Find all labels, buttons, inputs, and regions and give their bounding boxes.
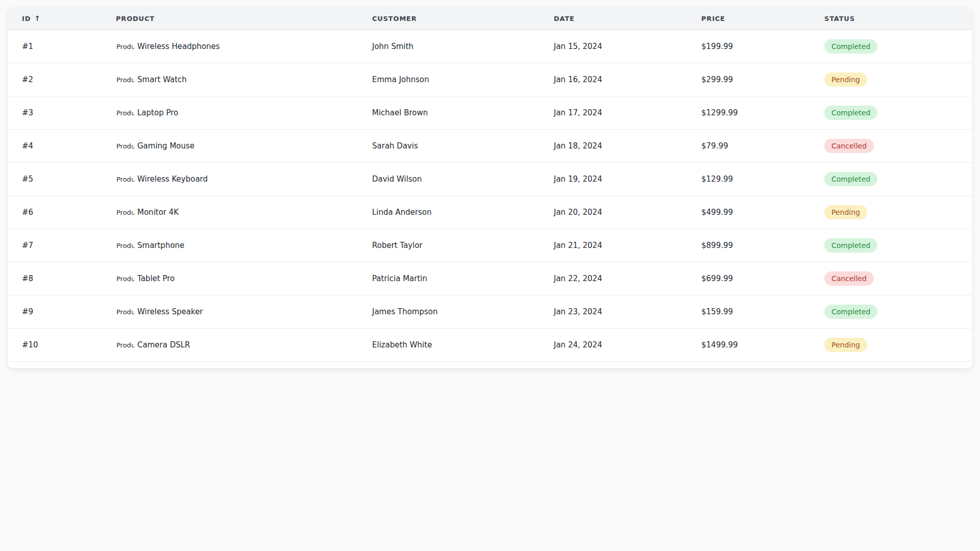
table-row: #5 Product Wireless Keyboard David Wilso… bbox=[8, 163, 972, 196]
date-cell: Jan 16, 2024 bbox=[546, 63, 693, 96]
order-id-cell: #5 bbox=[8, 163, 108, 196]
status-badge: Pending bbox=[824, 72, 867, 87]
image-alt-text: Product bbox=[116, 142, 134, 150]
broken-image-placeholder: Product bbox=[116, 207, 134, 217]
product-cell: Product Wireless Speaker bbox=[108, 295, 364, 329]
product-name: Tablet Pro bbox=[137, 274, 175, 283]
broken-image-placeholder: Product bbox=[116, 108, 134, 118]
broken-image-placeholder: Product bbox=[116, 340, 134, 350]
product-cell: Product Monitor 4K bbox=[108, 196, 364, 229]
broken-image-placeholder: Product bbox=[116, 74, 134, 85]
customer-cell: Sarah Davis bbox=[364, 130, 546, 163]
price-cell: $899.99 bbox=[693, 229, 816, 262]
status-cell: Completed bbox=[816, 163, 972, 196]
date-cell: Jan 15, 2024 bbox=[546, 30, 693, 63]
column-header-price[interactable]: PRICE bbox=[693, 7, 816, 30]
product-cell: Product Camera DSLR bbox=[108, 329, 364, 362]
date-cell: Jan 21, 2024 bbox=[546, 229, 693, 262]
table-row: #6 Product Monitor 4K Linda Anderson Jan… bbox=[8, 196, 972, 229]
customer-cell: Elizabeth White bbox=[364, 329, 546, 362]
status-badge: Completed bbox=[824, 238, 877, 253]
orders-table: ID↑ PRODUCT CUSTOMER DATE PRICE STATUS #… bbox=[8, 7, 972, 362]
image-alt-text: Product bbox=[116, 76, 134, 84]
price-cell: $129.99 bbox=[693, 163, 816, 196]
broken-image-placeholder: Product bbox=[116, 41, 134, 52]
sort-ascending-icon: ↑ bbox=[34, 14, 40, 22]
image-alt-text: Product bbox=[116, 176, 134, 183]
date-cell: Jan 17, 2024 bbox=[546, 96, 693, 130]
customer-cell: Robert Taylor bbox=[364, 229, 546, 262]
broken-image-placeholder: Product bbox=[116, 141, 134, 151]
order-id-cell: #8 bbox=[8, 262, 108, 295]
customer-cell: David Wilson bbox=[364, 163, 546, 196]
orders-table-card: ID↑ PRODUCT CUSTOMER DATE PRICE STATUS #… bbox=[8, 7, 972, 368]
status-cell: Pending bbox=[816, 63, 972, 96]
product-name: Monitor 4K bbox=[137, 208, 179, 217]
product-cell: Product Gaming Mouse bbox=[108, 130, 364, 163]
date-cell: Jan 23, 2024 bbox=[546, 295, 693, 329]
image-alt-text: Product bbox=[116, 209, 134, 216]
product-name: Wireless Keyboard bbox=[137, 174, 208, 184]
column-header-status[interactable]: STATUS bbox=[816, 7, 972, 30]
customer-cell: Emma Johnson bbox=[364, 63, 546, 96]
order-id-cell: #3 bbox=[8, 96, 108, 130]
table-body: #1 Product Wireless Headphones John Smit… bbox=[8, 30, 972, 362]
customer-cell: John Smith bbox=[364, 30, 546, 63]
broken-image-placeholder: Product bbox=[116, 240, 134, 251]
product-name: Wireless Speaker bbox=[137, 307, 203, 316]
column-header-product[interactable]: PRODUCT bbox=[108, 7, 364, 30]
table-row: #8 Product Tablet Pro Patricia Martin Ja… bbox=[8, 262, 972, 295]
order-id-cell: #9 bbox=[8, 295, 108, 329]
column-header-id[interactable]: ID↑ bbox=[8, 7, 108, 30]
price-cell: $1499.99 bbox=[693, 329, 816, 362]
status-cell: Pending bbox=[816, 329, 972, 362]
product-cell: Product Wireless Keyboard bbox=[108, 163, 364, 196]
status-badge: Completed bbox=[824, 39, 877, 54]
order-id-cell: #4 bbox=[8, 130, 108, 163]
order-id-cell: #7 bbox=[8, 229, 108, 262]
product-cell: Product Smart Watch bbox=[108, 63, 364, 96]
customer-cell: Patricia Martin bbox=[364, 262, 546, 295]
broken-image-placeholder: Product bbox=[116, 273, 134, 284]
image-alt-text: Product bbox=[116, 308, 134, 316]
status-cell: Completed bbox=[816, 30, 972, 63]
price-cell: $79.99 bbox=[693, 130, 816, 163]
image-alt-text: Product bbox=[116, 275, 134, 283]
date-cell: Jan 19, 2024 bbox=[546, 163, 693, 196]
status-badge: Cancelled bbox=[824, 139, 874, 154]
table-header: ID↑ PRODUCT CUSTOMER DATE PRICE STATUS bbox=[8, 7, 972, 30]
status-cell: Cancelled bbox=[816, 130, 972, 163]
table-row: #3 Product Laptop Pro Michael Brown Jan … bbox=[8, 96, 972, 130]
image-alt-text: Product bbox=[116, 341, 134, 349]
image-alt-text: Product bbox=[116, 242, 134, 249]
column-header-date[interactable]: DATE bbox=[546, 7, 693, 30]
status-badge: Cancelled bbox=[824, 271, 874, 286]
status-badge: Completed bbox=[824, 106, 877, 120]
table-row: #10 Product Camera DSLR Elizabeth White … bbox=[8, 329, 972, 362]
product-name: Smartphone bbox=[137, 241, 184, 250]
product-name: Wireless Headphones bbox=[137, 42, 220, 51]
column-header-id-label: ID bbox=[22, 15, 31, 22]
status-badge: Completed bbox=[824, 172, 877, 187]
customer-cell: James Thompson bbox=[364, 295, 546, 329]
order-id-cell: #2 bbox=[8, 63, 108, 96]
order-id-cell: #10 bbox=[8, 329, 108, 362]
column-header-customer[interactable]: CUSTOMER bbox=[364, 7, 546, 30]
price-cell: $499.99 bbox=[693, 196, 816, 229]
order-id-cell: #6 bbox=[8, 196, 108, 229]
product-cell: Product Tablet Pro bbox=[108, 262, 364, 295]
date-cell: Jan 20, 2024 bbox=[546, 196, 693, 229]
product-name: Gaming Mouse bbox=[137, 141, 194, 151]
product-cell: Product Wireless Headphones bbox=[108, 30, 364, 63]
product-cell: Product Smartphone bbox=[108, 229, 364, 262]
customer-cell: Michael Brown bbox=[364, 96, 546, 130]
customer-cell: Linda Anderson bbox=[364, 196, 546, 229]
status-cell: Pending bbox=[816, 196, 972, 229]
table-row: #1 Product Wireless Headphones John Smit… bbox=[8, 30, 972, 63]
broken-image-placeholder: Product bbox=[116, 174, 134, 184]
status-badge: Pending bbox=[824, 338, 867, 353]
product-name: Camera DSLR bbox=[137, 340, 190, 349]
table-row: #9 Product Wireless Speaker James Thomps… bbox=[8, 295, 972, 329]
broken-image-placeholder: Product bbox=[116, 307, 134, 317]
status-cell: Completed bbox=[816, 295, 972, 329]
